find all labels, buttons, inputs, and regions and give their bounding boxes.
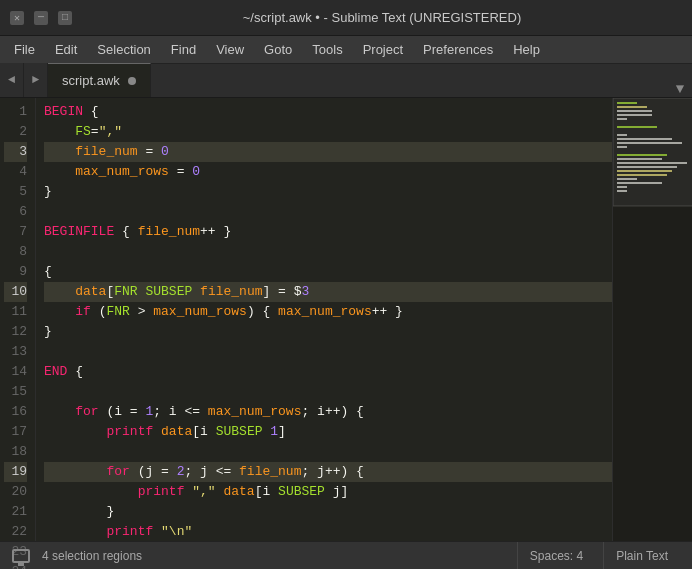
status-bar: 4 selection regions Spaces: 4 Plain Text [0, 541, 692, 569]
line-number: 18 [4, 442, 27, 462]
code-line[interactable] [44, 382, 612, 402]
menu-item-preferences[interactable]: Preferences [413, 38, 503, 61]
code-line[interactable]: { [44, 262, 612, 282]
code-line[interactable]: file_num = 0 [44, 142, 612, 162]
line-number: 4 [4, 162, 27, 182]
tab-dropdown-button[interactable]: ▼ [668, 81, 692, 97]
line-number: 1 [4, 102, 27, 122]
code-line[interactable] [44, 442, 612, 462]
syntax-indicator[interactable]: Plain Text [603, 542, 680, 569]
line-number: 6 [4, 202, 27, 222]
line-number: 16 [4, 402, 27, 422]
line-number: 3 [4, 142, 27, 162]
spaces-indicator[interactable]: Spaces: 4 [517, 542, 595, 569]
line-number: 21 [4, 502, 27, 522]
menu-item-find[interactable]: Find [161, 38, 206, 61]
line-number: 2 [4, 122, 27, 142]
tab-label: script.awk [62, 73, 120, 88]
editor-area: 1234567891011121314151617181920212223242… [0, 98, 692, 541]
code-line[interactable]: for (i = 1; i <= max_num_rows; i++) { [44, 402, 612, 422]
line-number-gutter: 1234567891011121314151617181920212223242… [0, 98, 36, 541]
menu-item-goto[interactable]: Goto [254, 38, 302, 61]
maximize-button[interactable]: □ [58, 11, 72, 25]
code-line[interactable]: } [44, 182, 612, 202]
code-line[interactable]: data[FNR SUBSEP file_num] = $3 [44, 282, 612, 302]
minimize-button[interactable]: ─ [34, 11, 48, 25]
tab-bar: ◄ ► script.awk ▼ [0, 64, 692, 98]
close-button[interactable]: ✕ [10, 11, 24, 25]
line-number: 10 [4, 282, 27, 302]
window-title: ~/script.awk • - Sublime Text (UNREGISTE… [82, 10, 682, 25]
menu-item-edit[interactable]: Edit [45, 38, 87, 61]
code-line[interactable]: printf "," data[i SUBSEP j] [44, 482, 612, 502]
minimap[interactable] [612, 98, 692, 541]
line-number: 17 [4, 422, 27, 442]
tab-script-awk[interactable]: script.awk [48, 63, 151, 97]
menu-item-file[interactable]: File [4, 38, 45, 61]
code-line[interactable]: } [44, 322, 612, 342]
code-line[interactable]: BEGINFILE { file_num++ } [44, 222, 612, 242]
code-line[interactable]: if (FNR > max_num_rows) { max_num_rows++… [44, 302, 612, 322]
title-bar: ✕ ─ □ ~/script.awk • - Sublime Text (UNR… [0, 0, 692, 36]
line-number: 19 [4, 462, 27, 482]
line-number: 12 [4, 322, 27, 342]
line-number: 20 [4, 482, 27, 502]
line-number: 11 [4, 302, 27, 322]
code-line[interactable]: END { [44, 362, 612, 382]
line-number: 15 [4, 382, 27, 402]
code-line[interactable] [44, 242, 612, 262]
code-line[interactable] [44, 342, 612, 362]
code-line[interactable] [44, 202, 612, 222]
line-number: 22 [4, 522, 27, 542]
tab-modified-indicator [128, 77, 136, 85]
line-number: 14 [4, 362, 27, 382]
menu-bar: FileEditSelectionFindViewGotoToolsProjec… [0, 36, 692, 64]
line-number: 9 [4, 262, 27, 282]
line-number: 13 [4, 342, 27, 362]
code-editor[interactable]: BEGIN { FS="," file_num = 0 max_num_rows… [36, 98, 612, 541]
tab-nav-right[interactable]: ► [24, 63, 48, 97]
code-line[interactable]: FS="," [44, 122, 612, 142]
code-line[interactable]: max_num_rows = 0 [44, 162, 612, 182]
svg-rect-21 [613, 98, 692, 206]
code-line[interactable]: printf "\n" [44, 522, 612, 541]
menu-item-help[interactable]: Help [503, 38, 550, 61]
code-line[interactable]: } [44, 502, 612, 522]
line-number: 8 [4, 242, 27, 262]
line-number: 7 [4, 222, 27, 242]
menu-item-view[interactable]: View [206, 38, 254, 61]
selection-info: 4 selection regions [42, 549, 142, 563]
line-number: 5 [4, 182, 27, 202]
menu-item-selection[interactable]: Selection [87, 38, 160, 61]
tab-nav-left[interactable]: ◄ [0, 63, 24, 97]
code-line[interactable]: for (j = 2; j <= file_num; j++) { [44, 462, 612, 482]
code-line[interactable]: BEGIN { [44, 102, 612, 122]
menu-item-project[interactable]: Project [353, 38, 413, 61]
code-line[interactable]: printf data[i SUBSEP 1] [44, 422, 612, 442]
menu-item-tools[interactable]: Tools [302, 38, 352, 61]
screen-icon [12, 549, 30, 563]
